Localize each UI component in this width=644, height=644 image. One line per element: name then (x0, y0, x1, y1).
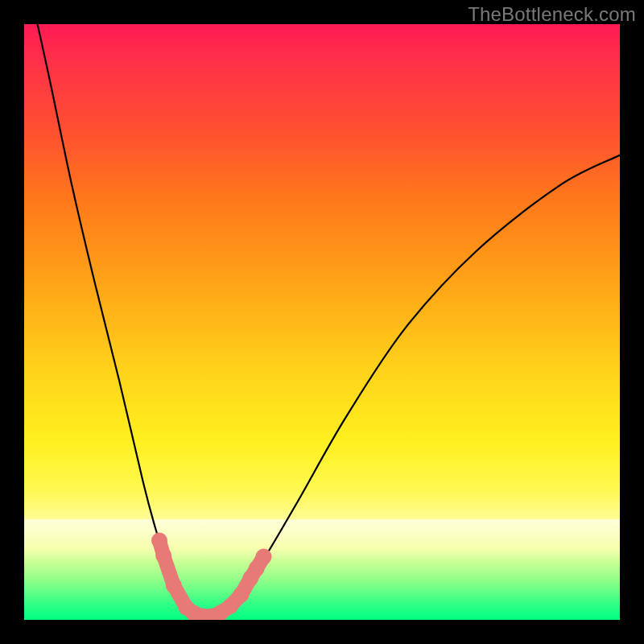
chart-frame: TheBottleneck.com (0, 0, 644, 644)
curve-line (24, 24, 620, 617)
marker-dot (233, 587, 249, 603)
marker-dot (151, 533, 167, 549)
bottleneck-curve (24, 24, 620, 617)
marker-dot (166, 577, 182, 593)
marker-dot (255, 549, 271, 565)
watermark-text: TheBottleneck.com (468, 3, 636, 26)
marker-dot (155, 547, 171, 564)
plot-area (24, 24, 620, 620)
curve-layer (24, 24, 620, 620)
